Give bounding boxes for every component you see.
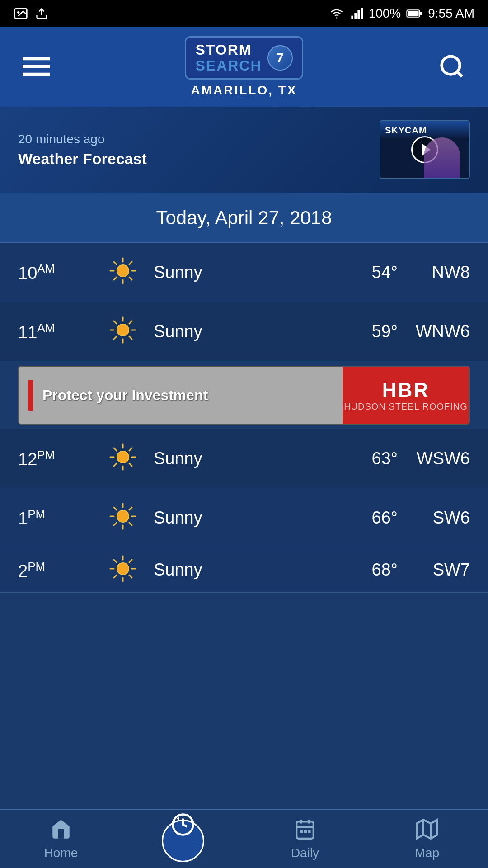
svg-rect-6 <box>357 10 360 19</box>
condition-label: Sunny <box>149 508 330 528</box>
status-left <box>14 6 48 21</box>
logo-search: SEARCH <box>195 58 262 74</box>
hour-value: 10 <box>18 264 37 283</box>
status-bar: 100% 9:55 AM <box>0 0 488 27</box>
svg-line-58 <box>129 575 132 578</box>
temperature-value: 68° <box>330 560 398 580</box>
svg-line-50 <box>129 507 132 510</box>
ad-right: HBR HUDSON STEEL ROOFING <box>343 367 469 424</box>
svg-line-40 <box>129 463 132 466</box>
nav-label-map: Map <box>415 846 439 860</box>
ad-left: Protect your Investment <box>19 367 343 424</box>
bottom-nav: Home Hourly <box>0 809 488 868</box>
table-row: 12PM Sunny 63° WSW6 <box>0 429 488 488</box>
svg-rect-10 <box>408 11 418 16</box>
signal-icon <box>350 7 363 20</box>
svg-line-22 <box>129 277 132 280</box>
battery-percent: 100% <box>369 6 401 21</box>
clock-icon <box>171 812 195 837</box>
nav-label-hourly: Hourly <box>165 842 202 857</box>
condition-label: Sunny <box>149 560 330 580</box>
svg-rect-67 <box>304 830 307 833</box>
svg-line-49 <box>129 523 132 525</box>
ad-text: Protect your Investment <box>42 386 208 405</box>
svg-line-59 <box>129 560 132 562</box>
svg-line-24 <box>114 277 117 280</box>
svg-line-21 <box>114 262 117 264</box>
svg-line-31 <box>129 336 132 339</box>
hour-value: 1 <box>18 509 28 528</box>
svg-marker-69 <box>417 820 437 839</box>
video-thumbnail[interactable]: SKYCAM <box>380 120 470 179</box>
nav-item-map[interactable]: Map <box>366 813 488 865</box>
svg-rect-5 <box>354 13 357 19</box>
nav-item-home[interactable]: Home <box>0 813 122 865</box>
svg-point-14 <box>442 56 460 74</box>
svg-line-60 <box>114 575 117 578</box>
svg-point-34 <box>117 451 129 463</box>
svg-point-52 <box>117 563 129 575</box>
wind-value: NW8 <box>398 263 470 282</box>
menu-button[interactable] <box>18 51 54 83</box>
logo-number: 7 <box>267 45 293 71</box>
time-label: 2PM <box>18 560 99 581</box>
temperature-value: 66° <box>330 508 398 528</box>
svg-line-30 <box>114 321 117 324</box>
svg-point-25 <box>117 324 129 336</box>
ad-logo: HBR <box>344 379 468 401</box>
svg-rect-9 <box>420 12 422 15</box>
date-header: Today, April 27, 2018 <box>0 193 488 243</box>
wind-value: SW7 <box>398 560 470 580</box>
time-label: 1PM <box>18 507 99 528</box>
condition-label: Sunny <box>149 263 330 282</box>
svg-line-57 <box>114 560 117 562</box>
weather-icon <box>108 554 140 586</box>
wind-value: SW6 <box>398 508 470 528</box>
nav-item-hourly[interactable]: Hourly <box>122 817 244 861</box>
temperature-value: 63° <box>330 449 398 468</box>
nav-label-home: Home <box>44 846 78 860</box>
svg-line-51 <box>114 523 117 525</box>
table-row: 1PM Sunny 66° SW6 <box>0 488 488 547</box>
svg-line-41 <box>129 448 132 451</box>
temperature-value: 54° <box>330 263 398 282</box>
header: STORM SEARCH 7 AMARILLO, TX <box>0 27 488 107</box>
ad-tagline: HUDSON STEEL ROOFING <box>344 401 468 412</box>
time-suffix: PM <box>28 560 45 573</box>
weather-rows: 10AM Sunny 54° NW8 11AM <box>0 243 488 593</box>
svg-line-33 <box>114 336 117 339</box>
clock-time: 9:55 AM <box>428 6 474 21</box>
svg-line-48 <box>114 507 117 510</box>
upload-icon <box>35 6 48 21</box>
weather-icon <box>108 256 140 288</box>
location-label: AMARILLO, TX <box>191 83 297 98</box>
nav-item-daily[interactable]: Daily <box>244 813 366 865</box>
time-suffix: AM <box>37 262 55 275</box>
svg-rect-4 <box>351 16 353 19</box>
news-title: Weather Forecast <box>18 150 147 168</box>
calendar-icon <box>294 818 316 840</box>
svg-point-1 <box>17 11 19 14</box>
svg-rect-66 <box>300 830 303 833</box>
wind-value: WSW6 <box>398 449 470 468</box>
svg-line-23 <box>129 262 132 264</box>
home-icon <box>50 818 72 840</box>
table-row: 2PM Sunny 68° SW7 <box>0 547 488 593</box>
table-row: 11AM Sunny 59° WNW6 <box>0 302 488 361</box>
search-button[interactable] <box>434 48 470 86</box>
time-suffix: PM <box>37 448 55 462</box>
weather-icon <box>108 316 140 347</box>
ad-banner[interactable]: Protect your Investment HBR HUDSON STEEL… <box>18 366 470 425</box>
condition-label: Sunny <box>149 449 330 468</box>
battery-icon <box>406 8 422 19</box>
svg-point-3 <box>336 17 337 18</box>
news-time: 20 minutes ago <box>18 132 147 146</box>
svg-line-39 <box>114 448 117 451</box>
weather-icon <box>108 443 140 474</box>
hour-value: 12 <box>18 450 37 469</box>
weather-icon <box>108 502 140 533</box>
map-icon <box>416 818 438 840</box>
status-right: 100% 9:55 AM <box>329 6 474 21</box>
time-suffix: PM <box>28 507 45 521</box>
time-suffix: AM <box>37 321 55 335</box>
